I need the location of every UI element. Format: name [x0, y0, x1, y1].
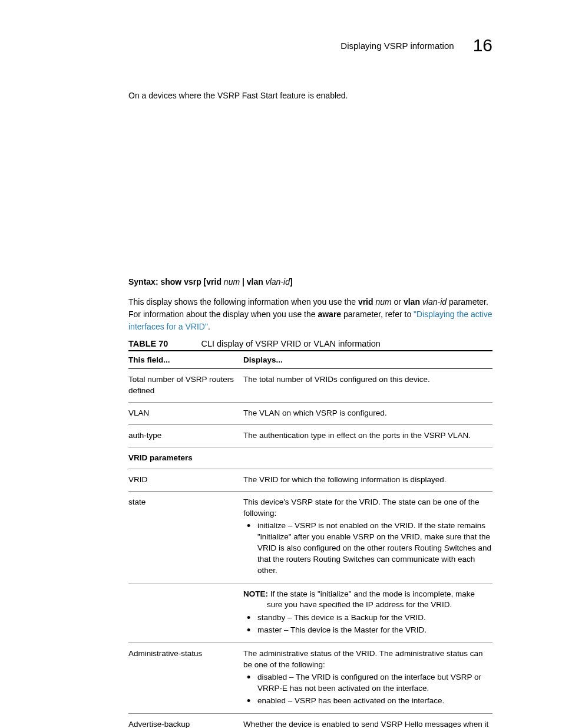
table-row: Advertise-backup Whether the device is e…: [128, 713, 492, 728]
fields-table: This field... Displays... Total number o…: [128, 351, 492, 728]
table-row: NOTE: If the state is "initialize" and t…: [128, 583, 492, 643]
list-item: master – This device is the Master for t…: [243, 625, 492, 636]
col-header-displays: Displays...: [243, 351, 492, 369]
syntax-label: Syntax:: [128, 277, 158, 286]
description-paragraph: This display shows the following informa…: [128, 296, 492, 333]
table-row: auth-type The authentication type in eff…: [128, 424, 492, 447]
table-row: Total number of VSRP routers defined The…: [128, 369, 492, 403]
syntax-cmd: show vsrp: [160, 277, 201, 286]
table-caption-row: TABLE 70 CLI display of VSRP VRID or VLA…: [128, 339, 492, 351]
chapter-number: 16: [473, 35, 492, 55]
syntax-line: Syntax: show vsrp [vrid num | vlan vlan-…: [128, 277, 492, 286]
col-header-field: This field...: [128, 351, 243, 369]
table-row: state This device's VSRP state for the V…: [128, 492, 492, 583]
list-item: standby – This device is a Backup for th…: [243, 612, 492, 624]
list-item: disabled – The VRID is configured on the…: [243, 672, 492, 694]
list-item: enabled – VSRP has been activated on the…: [243, 696, 492, 707]
intro-paragraph: On a devices where the VSRP Fast Start f…: [128, 91, 492, 100]
list-item: initialize – VSRP is not enabled on the …: [243, 521, 492, 576]
page-header: Displaying VSRP information 16: [128, 35, 492, 55]
table-row: VRID The VRID for which the following in…: [128, 469, 492, 492]
table-row: VLAN The VLAN on which VSRP is configure…: [128, 402, 492, 424]
header-title: Displaying VSRP information: [340, 41, 454, 51]
table-caption: CLI display of VSRP VRID or VLAN informa…: [201, 339, 380, 348]
table-row: Administrative-status The administrative…: [128, 643, 492, 713]
table-number: TABLE 70: [128, 339, 168, 348]
note-label: NOTE:: [243, 589, 268, 598]
table-section-header: VRID parameters: [128, 447, 492, 469]
